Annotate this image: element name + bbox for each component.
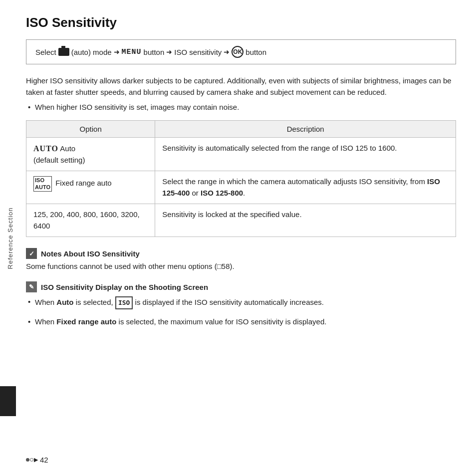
desc-pre: Select the range in which the camera aut… — [162, 177, 427, 186]
notes-section: ✓ Notes About ISO Sensitivity Some funct… — [26, 248, 456, 270]
page-number-section: ▶ 42 — [26, 456, 48, 464]
notes-page-ref: □58 — [217, 262, 230, 270]
bullet2-post: is selected, the maximum value for ISO s… — [116, 317, 326, 326]
iso-auto-icon: ISOAUTO — [33, 176, 52, 192]
desc-bold2: ISO 125-800 — [201, 189, 243, 197]
nav-iso-sensitivity: ISO sensitivity — [174, 48, 222, 56]
nav-auto-mode: (auto) mode — [71, 48, 112, 56]
arrow-icon-1: ➜ — [114, 48, 120, 56]
display-section: ✎ ISO Sensitivity Display on the Shootin… — [26, 281, 456, 327]
bullet1-bold: Auto — [56, 298, 73, 306]
notes-title: Notes About ISO Sensitivity — [41, 249, 140, 258]
nav-button-text-2: button — [245, 48, 266, 56]
col-option: Option — [26, 120, 155, 137]
display-bullet-2: When Fixed range auto is selected, the m… — [26, 316, 456, 328]
description-auto: Sensitivity is automatically selected fr… — [155, 137, 456, 171]
bullet2-pre: When — [35, 317, 56, 326]
auto-default: (default setting) — [33, 156, 85, 164]
bullet1-pre: When — [35, 298, 56, 306]
circle-filled — [26, 458, 29, 462]
arrow-icon-3: ➜ — [224, 48, 230, 56]
ok-button-icon: OK — [232, 46, 243, 58]
option-fixed-range: ISOAUTO Fixed range auto — [26, 171, 155, 204]
arrow-small: ▶ — [34, 457, 38, 463]
circle-outline — [30, 458, 33, 462]
auto-label: AUTO — [33, 144, 58, 153]
nav-select-text: Select — [35, 48, 56, 56]
desc-mid: or — [190, 189, 201, 197]
page-title: ISO Sensitivity — [26, 15, 456, 30]
notes-text-end: ). — [230, 262, 234, 270]
arrow-icon-2: ➜ — [166, 48, 172, 56]
description-fixed-range: Select the range in which the camera aut… — [155, 171, 456, 204]
table-row: AUTO Auto (default setting) Sensitivity … — [26, 137, 456, 171]
page-num: 42 — [40, 456, 48, 464]
option-numeric: 125, 200, 400, 800, 1600, 3200, 6400 — [26, 204, 155, 237]
options-table: Option Description AUTO Auto (default se… — [26, 120, 456, 238]
nav-box: Select (auto) mode ➜ MENU button ➜ ISO s… — [26, 39, 456, 64]
section-tab — [0, 386, 16, 416]
bullet1-mid: is selected, — [74, 298, 115, 306]
fixed-range-text: Fixed range auto — [55, 179, 112, 187]
col-description: Description — [155, 120, 456, 137]
table-row: ISOAUTO Fixed range auto Select the rang… — [26, 171, 456, 204]
intro-bullet: When higher ISO sensitivity is set, imag… — [26, 102, 456, 113]
camera-icon — [58, 48, 69, 56]
display-title: ISO Sensitivity Display on the Shooting … — [41, 283, 208, 291]
display-bullet-1: When Auto is selected, ISO is displayed … — [26, 296, 456, 309]
bullet1-post: is displayed if the ISO sensitivity auto… — [133, 298, 324, 306]
display-header: ✎ ISO Sensitivity Display on the Shootin… — [26, 281, 456, 292]
nav-button-text-1: button — [144, 48, 165, 56]
notes-text-pre: Some functions cannot be used with other… — [26, 262, 217, 270]
notes-text: Some functions cannot be used with other… — [26, 262, 456, 270]
iso-display-icon: ISO — [115, 296, 133, 309]
intro-paragraph: Higher ISO sensitivity allows darker sub… — [26, 75, 456, 98]
table-row: 125, 200, 400, 800, 1600, 3200, 6400 Sen… — [26, 204, 456, 237]
main-content: ISO Sensitivity Select (auto) mode ➜ MEN… — [26, 0, 456, 327]
pencil-icon: ✎ — [26, 281, 37, 292]
menu-label: MENU — [122, 48, 142, 56]
check-icon: ✓ — [26, 248, 37, 259]
sidebar-label: Reference Section — [7, 207, 14, 269]
auto-text: Auto — [60, 144, 75, 153]
description-numeric: Sensitivity is locked at the specified v… — [155, 204, 456, 237]
option-auto: AUTO Auto (default setting) — [26, 137, 155, 171]
notes-header: ✓ Notes About ISO Sensitivity — [26, 248, 456, 259]
bullet2-bold: Fixed range auto — [56, 317, 116, 326]
desc-post: . — [243, 189, 245, 197]
page-icon: ▶ — [26, 457, 38, 463]
